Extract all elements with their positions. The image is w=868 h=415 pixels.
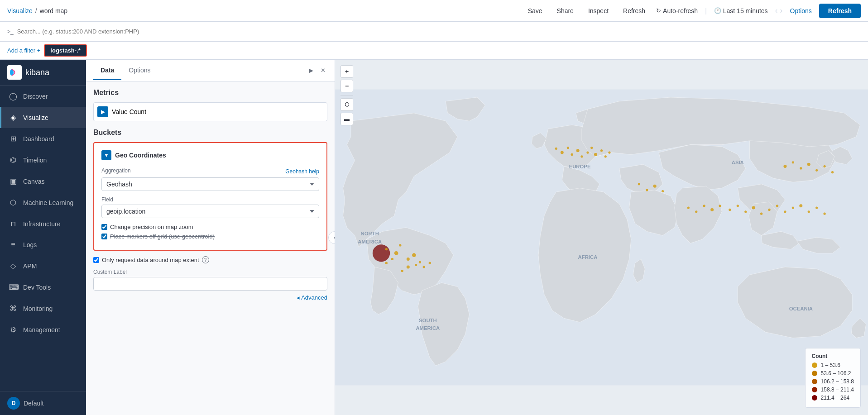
save-button[interactable]: Save <box>524 5 546 16</box>
sidebar-item-label-monitoring: Monitoring <box>23 305 53 312</box>
legend-item-2: 53.6 – 106.2 <box>812 370 854 377</box>
svg-point-13 <box>423 266 425 268</box>
sidebar-item-label-logs: Logs <box>23 241 37 248</box>
svg-point-33 <box>695 210 697 213</box>
breadcrumb-visualize-link[interactable]: Visualize <box>7 7 33 14</box>
svg-text:ASIA: ASIA <box>732 160 744 165</box>
inspect-button[interactable]: Inspect <box>585 5 612 16</box>
legend-label-4: 158.8 – 211.4 <box>821 386 854 393</box>
sidebar-item-visualize[interactable]: ◈ Visualize <box>0 107 86 128</box>
svg-point-26 <box>604 155 607 157</box>
aggregation-select[interactable]: Geohash <box>101 177 319 191</box>
metrics-title: Metrics <box>93 89 327 97</box>
infrastructure-icon: ⊓ <box>9 219 18 228</box>
sidebar-item-timelion[interactable]: ⌬ Timelion <box>0 149 86 171</box>
svg-point-28 <box>638 183 640 185</box>
custom-label-input[interactable] <box>93 277 327 291</box>
logs-icon: ≡ <box>9 241 18 249</box>
search-input[interactable] <box>17 28 861 35</box>
buckets-section-wrapper: Buckets ▼ Geo Coordinates Aggregation Ge… <box>93 129 327 301</box>
run-button[interactable]: ▶ <box>307 65 315 76</box>
refresh-button[interactable]: Refresh <box>619 5 649 16</box>
svg-point-34 <box>703 205 705 207</box>
svg-point-24 <box>594 153 597 156</box>
svg-point-38 <box>737 205 739 207</box>
time-picker-button[interactable]: 🕐 Last 15 minutes <box>714 7 768 14</box>
svg-point-53 <box>807 163 810 166</box>
search-bar: >_ <box>0 22 868 42</box>
geohash-help-link[interactable]: Geohash help <box>285 168 319 175</box>
sidebar-item-monitoring[interactable]: ⌘ Monitoring <box>0 298 86 319</box>
zoom-out-button[interactable]: − <box>340 80 353 92</box>
sidebar-item-machine-learning[interactable]: ⬡ Machine Learning <box>0 192 86 213</box>
machine-learning-icon: ⬡ <box>9 198 18 207</box>
metric-item-value-count[interactable]: ▶ Value Count <box>93 102 327 121</box>
svg-point-49 <box>823 213 825 215</box>
svg-text:AFRICA: AFRICA <box>578 254 598 260</box>
svg-point-43 <box>776 205 778 207</box>
custom-label-title: Custom Label <box>93 269 327 275</box>
place-markers-row: Place markers off grid (use geocentroid) <box>101 233 319 240</box>
tab-options[interactable]: Options <box>121 61 158 80</box>
sidebar-item-apm[interactable]: ◇ APM <box>0 255 86 277</box>
sidebar-user-avatar[interactable]: D Default <box>0 391 86 415</box>
bucket-header: ▼ Geo Coordinates <box>101 150 319 160</box>
sidebar-item-canvas[interactable]: ▣ Canvas <box>0 171 86 192</box>
field-select[interactable]: geoip.location <box>101 205 319 218</box>
sidebar-item-logs[interactable]: ≡ Logs <box>0 234 86 255</box>
rectangle-tool-button[interactable]: ▬ <box>340 113 353 125</box>
svg-point-27 <box>608 151 610 153</box>
add-filter-button[interactable]: Add a filter + <box>7 47 40 54</box>
place-markers-checkbox[interactable] <box>101 234 107 239</box>
sidebar-item-dev-tools[interactable]: ⌨ Dev Tools <box>0 277 86 298</box>
bucket-toggle-button[interactable]: ▼ <box>101 150 111 160</box>
top-bar-actions: Save Share Inspect Refresh ↻ Auto-refres… <box>524 4 861 18</box>
aggregation-form-group: Aggregation Geohash help Geohash <box>101 167 319 196</box>
buckets-title: Buckets <box>93 129 327 137</box>
sidebar-item-label-machine-learning: Machine Learning <box>23 199 73 206</box>
polygon-tool-button[interactable]: ⬡ <box>340 98 353 111</box>
help-icon[interactable]: ? <box>202 256 209 263</box>
share-button[interactable]: Share <box>553 5 577 16</box>
change-precision-checkbox[interactable] <box>101 224 107 230</box>
legend-item-4: 158.8 – 211.4 <box>812 386 854 393</box>
svg-point-9 <box>412 253 416 257</box>
sidebar-username: Default <box>24 400 43 407</box>
map-legend: Count 1 – 53.6 53.6 – 106.2 106.2 – 158.… <box>805 348 861 408</box>
legend-label-5: 211.4 – 264 <box>821 395 849 401</box>
index-pattern-badge[interactable]: logstash-.* <box>44 44 86 57</box>
sidebar-item-discover[interactable]: ◯ Discover <box>0 86 86 107</box>
tab-data[interactable]: Data <box>93 61 121 80</box>
svg-point-52 <box>800 167 802 169</box>
buckets-section: ▼ Geo Coordinates Aggregation Geohash he… <box>93 142 327 251</box>
discover-icon: ◯ <box>9 92 18 100</box>
search-prompt-icon: >_ <box>7 29 14 35</box>
legend-dot-3 <box>812 379 817 384</box>
options-button[interactable]: Options <box>790 7 812 14</box>
only-request-checkbox[interactable] <box>93 257 99 263</box>
sidebar-item-label-apm: APM <box>23 262 37 270</box>
sidebar-item-dashboard[interactable]: ⊞ Dashboard <box>0 128 86 149</box>
svg-point-17 <box>561 151 564 154</box>
svg-point-37 <box>729 209 731 211</box>
time-label: Last 15 minutes <box>723 7 768 14</box>
canvas-icon: ▣ <box>9 177 18 186</box>
svg-point-51 <box>792 161 794 163</box>
svg-point-4 <box>407 258 410 261</box>
sidebar-logo: kibana <box>0 60 86 86</box>
auto-refresh-button[interactable]: ↻ Auto-refresh <box>656 7 698 14</box>
svg-point-3 <box>394 251 398 255</box>
avatar: D <box>7 397 20 410</box>
advanced-link[interactable]: ◂ Advanced <box>93 294 327 301</box>
svg-point-14 <box>415 264 417 266</box>
legend-label-2: 53.6 – 106.2 <box>821 370 851 377</box>
sidebar-item-management[interactable]: ⚙ Management <box>0 319 86 340</box>
svg-point-23 <box>590 147 593 149</box>
sidebar-item-infrastructure[interactable]: ⊓ Infrastructure <box>0 213 86 234</box>
custom-label-section: Custom Label <box>93 269 327 291</box>
zoom-in-button[interactable]: + <box>340 65 353 78</box>
sidebar-item-label-discover: Discover <box>23 93 48 100</box>
close-panel-button[interactable]: ✕ <box>319 65 327 76</box>
refresh-main-button[interactable]: Refresh <box>819 4 861 18</box>
management-icon: ⚙ <box>9 325 18 334</box>
